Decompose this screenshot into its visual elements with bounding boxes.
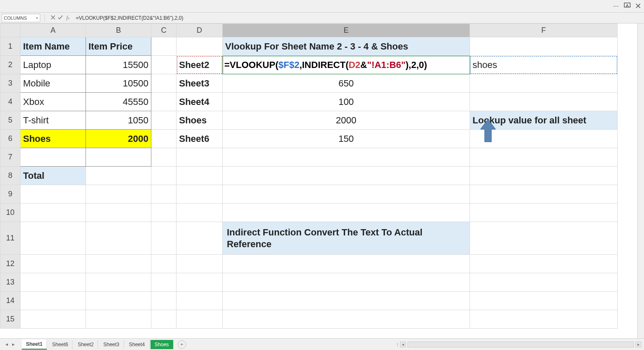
- cancel-icon[interactable]: [49, 15, 57, 21]
- cell[interactable]: [470, 130, 618, 148]
- cell[interactable]: [86, 167, 151, 185]
- cell[interactable]: [177, 292, 223, 310]
- row-header[interactable]: 6: [0, 130, 21, 148]
- cell[interactable]: [177, 273, 223, 292]
- worksheet-grid[interactable]: A B C D E F 1 Item Name Item Price Vlook…: [0, 24, 644, 338]
- ribbon-display-icon[interactable]: [624, 3, 631, 10]
- row-header[interactable]: 12: [0, 255, 21, 273]
- cell[interactable]: [223, 204, 470, 222]
- col-header-F[interactable]: F: [470, 24, 618, 37]
- new-sheet-button[interactable]: +: [178, 340, 186, 349]
- cell[interactable]: [223, 255, 470, 273]
- cell[interactable]: T-shirt: [21, 111, 86, 130]
- cell[interactable]: [86, 222, 151, 255]
- cell[interactable]: Sheet4: [177, 93, 223, 111]
- sheet-tab[interactable]: Sheet2: [73, 340, 98, 349]
- cell[interactable]: [151, 222, 177, 255]
- sheet-tab[interactable]: Sheet6: [48, 340, 73, 349]
- enter-icon[interactable]: [57, 15, 64, 21]
- cell[interactable]: [151, 93, 177, 111]
- row-header[interactable]: 8: [0, 167, 21, 185]
- cell[interactable]: [86, 204, 151, 222]
- col-header-E[interactable]: E: [223, 24, 470, 37]
- cell[interactable]: 15500: [86, 56, 151, 74]
- cell[interactable]: [470, 222, 618, 255]
- scroll-right-icon[interactable]: ►: [636, 342, 641, 347]
- tab-nav-prev-icon[interactable]: ◄: [4, 342, 9, 347]
- cell[interactable]: [86, 292, 151, 310]
- cell[interactable]: [470, 204, 618, 222]
- cell[interactable]: 650: [223, 74, 470, 93]
- row-header[interactable]: 10: [0, 204, 21, 222]
- cell[interactable]: [21, 204, 86, 222]
- cell[interactable]: Sheet3: [177, 74, 223, 93]
- cell[interactable]: [86, 310, 151, 329]
- col-header-A[interactable]: A: [21, 24, 86, 37]
- tab-nav-next-icon[interactable]: ►: [11, 342, 16, 347]
- cell[interactable]: [151, 204, 177, 222]
- cell[interactable]: [470, 185, 618, 204]
- cell[interactable]: 10500: [86, 74, 151, 93]
- cell[interactable]: [470, 37, 618, 56]
- col-header-C[interactable]: C: [151, 24, 177, 37]
- cell[interactable]: [151, 148, 177, 167]
- cell[interactable]: [177, 37, 223, 56]
- row-header[interactable]: 5: [0, 111, 21, 130]
- cell[interactable]: [177, 204, 223, 222]
- cell[interactable]: [151, 292, 177, 310]
- cell[interactable]: Laptop: [21, 56, 86, 74]
- cell[interactable]: [86, 255, 151, 273]
- cell[interactable]: [470, 292, 618, 310]
- cell[interactable]: 2000: [86, 130, 151, 148]
- cell[interactable]: [21, 222, 86, 255]
- cell[interactable]: [223, 167, 470, 185]
- cell[interactable]: [151, 255, 177, 273]
- cell[interactable]: [21, 185, 86, 204]
- sheet-tab[interactable]: Shoes: [151, 340, 174, 349]
- col-header-D[interactable]: D: [177, 24, 223, 37]
- cell[interactable]: [151, 111, 177, 130]
- active-cell[interactable]: =VLOOKUP( $F$2 ,INDIRECT( D2 & "!A1:B6" …: [223, 56, 470, 74]
- cell[interactable]: [86, 273, 151, 292]
- cell[interactable]: [151, 310, 177, 329]
- cell[interactable]: [177, 222, 223, 255]
- formula-input[interactable]: =VLOOKUP($F$2,INDIRECT(D2&"!A1:B6"),2,0): [72, 13, 644, 23]
- cell[interactable]: 45550: [86, 93, 151, 111]
- select-all-corner[interactable]: [0, 24, 21, 37]
- row-header[interactable]: 1: [0, 37, 21, 56]
- cell[interactable]: Xbox: [21, 93, 86, 111]
- cell[interactable]: [177, 167, 223, 185]
- cell[interactable]: [223, 148, 470, 167]
- cell[interactable]: [177, 310, 223, 329]
- scroll-track[interactable]: [408, 342, 634, 347]
- cell[interactable]: [223, 292, 470, 310]
- cell[interactable]: [470, 93, 618, 111]
- cell[interactable]: 1050: [86, 111, 151, 130]
- cell[interactable]: [21, 148, 86, 167]
- row-header[interactable]: 4: [0, 93, 21, 111]
- cell[interactable]: [470, 148, 618, 167]
- cell[interactable]: Item Name: [21, 37, 86, 56]
- cell[interactable]: Indirect Function Convert The Text To Ac…: [223, 222, 470, 255]
- close-icon[interactable]: [636, 3, 641, 10]
- row-header[interactable]: 14: [0, 292, 21, 310]
- cell[interactable]: Total: [21, 167, 86, 185]
- cell[interactable]: Shoes: [177, 111, 223, 130]
- cell[interactable]: [470, 255, 618, 273]
- cell[interactable]: 150: [223, 130, 470, 148]
- col-header-B[interactable]: B: [86, 24, 151, 37]
- cell[interactable]: Item Price: [86, 37, 151, 56]
- cell[interactable]: [151, 74, 177, 93]
- cell[interactable]: [86, 148, 151, 167]
- cell[interactable]: [223, 185, 470, 204]
- cell[interactable]: Sheet2: [177, 56, 223, 74]
- cell[interactable]: Lookup value for all sheet: [470, 111, 618, 130]
- name-box[interactable]: COLUMNS: [2, 14, 40, 22]
- row-header[interactable]: 3: [0, 74, 21, 93]
- cell[interactable]: [151, 273, 177, 292]
- cell[interactable]: [177, 148, 223, 167]
- row-header[interactable]: 7: [0, 148, 21, 167]
- cell[interactable]: [21, 255, 86, 273]
- cell[interactable]: [151, 185, 177, 204]
- cell[interactable]: Mobile: [21, 74, 86, 93]
